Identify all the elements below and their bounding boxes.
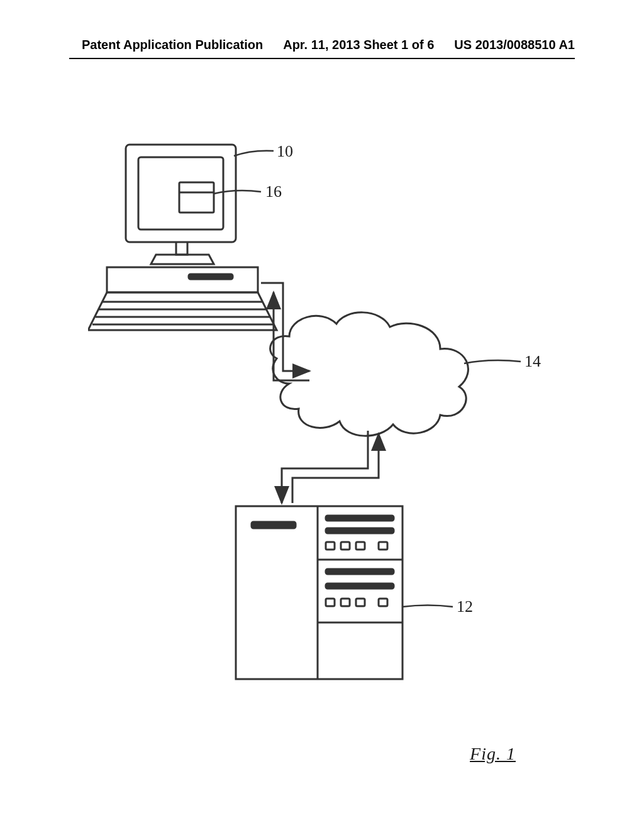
svg-rect-20 — [379, 542, 387, 550]
svg-rect-26 — [379, 599, 387, 606]
figure-container: 10 16 14 12 Fig. 1 — [88, 119, 553, 685]
svg-rect-17 — [326, 542, 335, 550]
svg-rect-23 — [326, 599, 335, 606]
header-publication-type: Patent Application Publication — [82, 38, 263, 52]
annotation-server: 12 — [457, 597, 473, 616]
header-patent-number: US 2013/0088510 A1 — [454, 38, 575, 52]
svg-rect-5 — [189, 274, 233, 279]
header-divider — [69, 58, 575, 59]
page-header: Patent Application Publication Apr. 11, … — [0, 38, 644, 52]
annotation-computer: 10 — [277, 142, 293, 161]
cloud-icon — [270, 313, 469, 436]
svg-rect-16 — [326, 528, 394, 533]
annotation-cloud: 14 — [525, 352, 541, 371]
figure-label: Fig. 1 — [470, 744, 516, 764]
svg-rect-12 — [252, 522, 296, 528]
svg-rect-18 — [341, 542, 350, 550]
connection-computer-cloud — [261, 283, 309, 380]
svg-rect-22 — [326, 584, 394, 589]
header-date-sheet: Apr. 11, 2013 Sheet 1 of 6 — [283, 38, 434, 52]
computer-icon — [88, 145, 277, 330]
connection-cloud-server — [282, 431, 379, 503]
svg-rect-21 — [326, 569, 394, 574]
svg-rect-3 — [179, 182, 214, 213]
annotation-display-window: 16 — [265, 182, 282, 201]
svg-rect-15 — [326, 516, 394, 521]
svg-rect-25 — [356, 599, 365, 606]
svg-rect-19 — [356, 542, 365, 550]
svg-rect-24 — [341, 599, 350, 606]
server-icon — [236, 506, 402, 679]
diagram-svg — [88, 119, 553, 685]
